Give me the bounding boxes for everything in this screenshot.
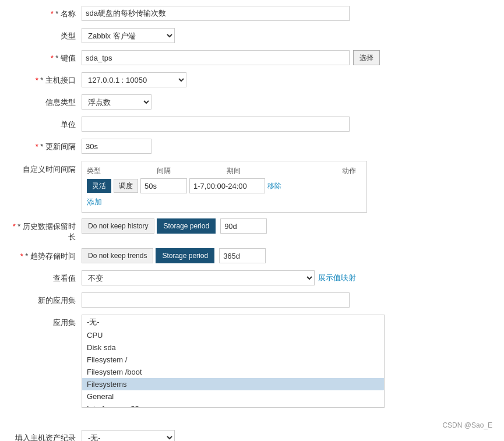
info-type-control: 浮点数	[82, 94, 492, 110]
custom-interval-label: 自定义时间间隔	[12, 161, 82, 175]
name-control	[82, 6, 492, 21]
list-item[interactable]: Filesystem /	[82, 354, 384, 366]
update-interval-input[interactable]	[82, 139, 151, 154]
app-list: -无- CPU Disk sda Filesystem / Filesystem…	[82, 315, 385, 408]
history-storage-button[interactable]: Storage period	[157, 218, 216, 234]
info-type-select[interactable]: 浮点数	[82, 94, 151, 110]
history-control: Do not keep history Storage period	[82, 218, 492, 234]
list-item[interactable]: Filesystem /boot	[82, 366, 384, 378]
trends-row: * 趋势存储时间 Do not keep trends Storage peri…	[12, 248, 492, 264]
form-container: * 名称 类型 Zabbix 客户端 * 键值 选择 * 主机接口 127.0.…	[0, 0, 504, 441]
ci-interval-input[interactable]	[140, 178, 187, 193]
value-map-select[interactable]: 不变	[82, 270, 315, 285]
ci-col-action: 动作	[326, 166, 362, 176]
key-row: * 键值 选择	[12, 50, 492, 66]
list-item[interactable]: Interface ens33	[82, 403, 384, 408]
trends-control: Do not keep trends Storage period	[82, 248, 492, 263]
value-map-button[interactable]: 展示值映射	[318, 273, 356, 283]
new-app-set-control	[82, 292, 492, 308]
name-row: * 名称	[12, 6, 492, 22]
update-interval-control	[82, 139, 492, 154]
custom-interval-row: 自定义时间间隔 类型 间隔 期间 动作 灵活 调度 移除 添加	[12, 161, 492, 213]
key-input[interactable]	[82, 50, 350, 65]
type-row: 类型 Zabbix 客户端	[12, 28, 492, 44]
ci-add-row: 添加	[87, 197, 362, 207]
list-item[interactable]: General	[82, 390, 384, 403]
ci-col-type: 类型	[87, 166, 157, 176]
list-item[interactable]: Disk sda	[82, 341, 384, 354]
key-control: 选择	[82, 50, 492, 65]
lookup-value-label: 查看值	[12, 270, 82, 284]
trends-value-input[interactable]	[219, 248, 266, 263]
app-set-label: 应用集	[12, 315, 82, 328]
unit-input[interactable]	[82, 117, 350, 132]
host-interface-label: * 主机接口	[12, 72, 82, 86]
trends-label: * 趋势存储时间	[12, 248, 82, 262]
assets-label: 填入主机资产纪录栏位	[12, 430, 82, 441]
scheduling-button[interactable]: 调度	[114, 179, 138, 193]
history-value-input[interactable]	[220, 218, 267, 234]
new-app-set-row: 新的应用集	[12, 292, 492, 309]
unit-row: 单位	[12, 117, 492, 133]
ci-col-interval: 间隔	[157, 166, 227, 176]
key-input-row: 选择	[82, 50, 492, 65]
value-map-row: 不变 展示值映射	[82, 270, 492, 285]
key-select-button[interactable]: 选择	[353, 50, 380, 65]
type-control: Zabbix 客户端	[82, 28, 492, 43]
watermark: CSDN @Sao_E	[442, 421, 492, 429]
trends-no-keep-button[interactable]: Do not keep trends	[82, 248, 153, 263]
list-item[interactable]: -无-	[82, 315, 384, 329]
flexible-button[interactable]: 灵活	[87, 179, 111, 193]
assets-control: -无-	[82, 430, 492, 441]
ci-period-input[interactable]	[189, 178, 265, 193]
history-label: * 历史数据保留时长	[12, 218, 82, 242]
list-item[interactable]: CPU	[82, 329, 384, 341]
update-interval-label: * 更新间隔	[12, 139, 82, 152]
assets-row: 填入主机资产纪录栏位 -无-	[12, 430, 492, 441]
host-interface-select[interactable]: 127.0.0.1 : 10050	[82, 72, 186, 87]
host-interface-row: * 主机接口 127.0.0.1 : 10050	[12, 72, 492, 89]
ci-data-row: 灵活 调度 移除	[87, 178, 362, 193]
info-type-row: 信息类型 浮点数	[12, 94, 492, 111]
app-set-row: 应用集 -无- CPU Disk sda Filesystem / Filesy…	[12, 315, 492, 331]
history-no-keep-button[interactable]: Do not keep history	[82, 218, 154, 234]
host-interface-control: 127.0.0.1 : 10050	[82, 72, 492, 87]
trends-toggle-row: Do not keep trends Storage period	[82, 248, 492, 263]
unit-control	[82, 117, 492, 132]
trends-storage-button[interactable]: Storage period	[156, 248, 214, 263]
unit-label: 单位	[12, 117, 82, 130]
lookup-value-row: 查看值 不变 展示值映射	[12, 270, 492, 287]
info-type-label: 信息类型	[12, 94, 82, 108]
custom-interval-wrapper: 类型 间隔 期间 动作 灵活 调度 移除 添加	[82, 161, 367, 213]
update-interval-row: * 更新间隔	[12, 139, 492, 155]
ci-add-button[interactable]: 添加	[87, 197, 102, 207]
new-app-set-input[interactable]	[82, 292, 350, 308]
ci-remove-button[interactable]: 移除	[267, 181, 281, 191]
list-item[interactable]: Filesystems	[82, 378, 384, 390]
ci-col-period: 期间	[227, 166, 326, 176]
ci-header: 类型 间隔 期间 动作	[87, 166, 362, 176]
assets-select[interactable]: -无-	[82, 430, 175, 441]
history-toggle-row: Do not keep history Storage period	[82, 218, 492, 234]
lookup-value-control: 不变 展示值映射	[82, 270, 492, 285]
name-label: * 名称	[12, 6, 82, 19]
key-label: * 键值	[12, 50, 82, 63]
type-select[interactable]: Zabbix 客户端	[82, 28, 175, 43]
name-input[interactable]	[82, 6, 350, 21]
history-row: * 历史数据保留时长 Do not keep history Storage p…	[12, 218, 492, 242]
new-app-set-label: 新的应用集	[12, 292, 82, 306]
type-label: 类型	[12, 28, 82, 41]
custom-interval-table: 类型 间隔 期间 动作 灵活 调度 移除 添加	[82, 161, 367, 213]
